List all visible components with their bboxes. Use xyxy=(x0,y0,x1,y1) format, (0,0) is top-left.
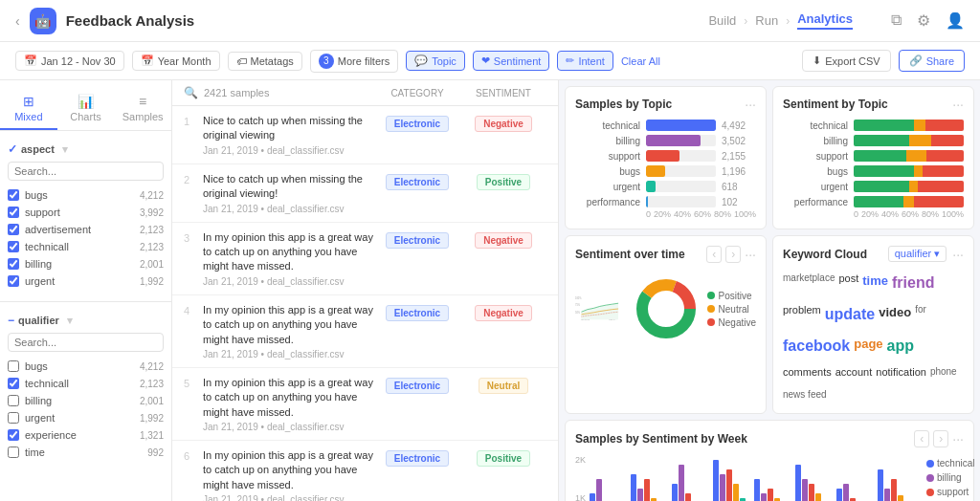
list-item xyxy=(672,465,711,501)
keyword[interactable]: notification xyxy=(876,363,926,382)
keyword[interactable]: news feed xyxy=(783,386,827,403)
keyword[interactable]: app xyxy=(887,333,914,360)
data-table-header: 🔍 2421 samples CATEGORY SENTIMENT xyxy=(172,80,558,106)
keyword[interactable]: friend xyxy=(892,270,934,297)
copy-icon[interactable]: ⧉ xyxy=(891,11,902,30)
keyword[interactable]: comments xyxy=(783,363,832,382)
aspect-advertisement-checkbox[interactable] xyxy=(8,224,19,235)
date-range-filter[interactable]: 📅 Jan 12 - Nov 30 xyxy=(15,51,124,71)
table-row[interactable]: 1 Nice to catch up when missing the orig… xyxy=(172,106,558,164)
topic-bars: technical 4,492 billing 3,502 support 2,… xyxy=(575,120,756,207)
list-item: bugs xyxy=(783,165,964,177)
chart-more-icon[interactable]: ··· xyxy=(952,431,964,447)
calendar-icon: 📅 xyxy=(24,54,37,67)
keyword[interactable]: post xyxy=(838,270,858,297)
keyword[interactable]: time xyxy=(862,270,888,297)
nav-run[interactable]: Run xyxy=(755,13,778,28)
aspect-urgent-checkbox[interactable] xyxy=(8,275,19,287)
qualifier-header[interactable]: − qualifier ▾ xyxy=(8,314,164,327)
chart-more-icon[interactable]: ··· xyxy=(745,97,756,112)
tab-charts[interactable]: 📊 Charts xyxy=(57,88,115,130)
header-icons: ⧉ ⚙ 👤 xyxy=(891,11,965,30)
table-row[interactable]: 4 In my opinion this app is a great way … xyxy=(172,295,558,368)
clear-all-button[interactable]: Clear All xyxy=(621,55,660,67)
week-chart-container: 2K 1K xyxy=(575,455,964,501)
prev-chart-button[interactable]: ‹ xyxy=(914,430,929,447)
axis-labels: 0 20% 40% 60% 80% 100% xyxy=(783,209,964,219)
next-chart-button[interactable]: › xyxy=(933,430,948,447)
topic-icon: 💬 xyxy=(414,54,428,67)
qual-technicall-checkbox[interactable] xyxy=(8,378,19,389)
aspect-support-checkbox[interactable] xyxy=(8,207,19,218)
keyword[interactable]: update xyxy=(825,301,875,329)
share-button[interactable]: 🔗 Share xyxy=(899,50,965,72)
tab-samples[interactable]: ≡ Samples xyxy=(114,88,171,130)
aspect-bugs-checkbox[interactable] xyxy=(8,189,19,201)
granularity-filter[interactable]: 📅 Year Month xyxy=(132,51,220,71)
table-row[interactable]: 5 In my opinion this app is a great way … xyxy=(172,368,558,441)
chart-more-icon[interactable]: ··· xyxy=(952,97,964,112)
list-item: technical xyxy=(783,120,964,131)
aspect-billing-checkbox[interactable] xyxy=(8,258,19,270)
intent-filter[interactable]: ✏ Intent xyxy=(557,51,613,71)
qual-time-checkbox[interactable] xyxy=(8,447,19,458)
line-chart-svg: 100% 75% 50% Jan 2019 xyxy=(575,271,625,347)
list-item: technicall2,123 xyxy=(8,375,164,392)
list-item: bugs4,212 xyxy=(8,186,164,204)
chart-header: Sentiment over time ‹ › ··· xyxy=(575,246,756,263)
donut-chart-svg xyxy=(633,275,700,342)
chart-header: Sentiment by Topic ··· xyxy=(783,97,964,112)
qual-experience-checkbox[interactable] xyxy=(8,429,19,441)
metatags-filter[interactable]: 🏷 Metatags xyxy=(228,52,302,71)
keyword[interactable]: facebook xyxy=(783,333,850,360)
list-item: Negative xyxy=(707,317,756,328)
keyword[interactable]: problem xyxy=(783,301,821,329)
keyword[interactable]: page xyxy=(854,333,882,360)
table-row[interactable]: 3 In my opinion this app is a great way … xyxy=(172,223,558,295)
aspect-header[interactable]: ✓ aspect ▾ xyxy=(8,142,164,156)
data-rows: 1 Nice to catch up when missing the orig… xyxy=(172,106,558,501)
export-csv-button[interactable]: ⬇ Export CSV xyxy=(802,50,890,72)
back-button[interactable]: ‹ xyxy=(15,13,20,29)
table-row[interactable]: 2 Nice to catch up when missing the orig… xyxy=(172,164,558,223)
next-chart-button[interactable]: › xyxy=(725,246,741,263)
sentiment-filter[interactable]: ❤ Sentiment xyxy=(473,51,550,71)
top-charts-row: Samples by Topic ··· technical 4,492 bil… xyxy=(565,86,974,229)
list-item: urgent 618 xyxy=(575,181,756,192)
keyword[interactable]: video xyxy=(879,301,911,329)
keyword[interactable]: for xyxy=(915,301,926,329)
app-title: Feedback Analysis xyxy=(66,12,195,29)
breadcrumb-nav: Build › Run › Analytics xyxy=(708,11,853,30)
app-logo: 🤖 xyxy=(30,8,56,34)
more-filters-button[interactable]: 3 More filters xyxy=(310,50,398,73)
calendar2-icon: 📅 xyxy=(141,54,154,67)
qual-urgent-checkbox[interactable] xyxy=(8,412,19,424)
keyword[interactable]: account xyxy=(835,363,873,382)
chart-more-icon[interactable]: ··· xyxy=(745,247,756,262)
heart-icon: ❤ xyxy=(481,54,490,67)
list-item xyxy=(631,474,670,501)
qual-billing-checkbox[interactable] xyxy=(8,395,19,406)
nav-build[interactable]: Build xyxy=(708,13,736,28)
qualifier-dropdown[interactable]: qualifier ▾ xyxy=(888,246,947,262)
aspect-search-input[interactable] xyxy=(8,162,164,181)
nav-analytics[interactable]: Analytics xyxy=(797,11,853,30)
qualifier-search-input[interactable] xyxy=(8,333,164,352)
prev-chart-button[interactable]: ‹ xyxy=(706,246,722,263)
aspect-technicall-checkbox[interactable] xyxy=(8,241,19,252)
chart-header: Keyword Cloud qualifier ▾ ··· xyxy=(783,246,964,262)
topic-filter[interactable]: 💬 Topic xyxy=(406,51,465,71)
sentiment-legend: Positive Neutral Negative xyxy=(707,291,756,328)
settings-icon[interactable]: ⚙ xyxy=(917,11,930,30)
samples-by-week-card: Samples by Sentiment by Week ‹ › ··· 2K … xyxy=(565,420,974,501)
keyword[interactable]: phone xyxy=(930,363,957,382)
aspect-section: ✓ aspect ▾ bugs4,212 support3,992 advert… xyxy=(0,139,171,294)
chart-more-icon[interactable]: ··· xyxy=(952,247,964,262)
user-icon[interactable]: 👤 xyxy=(946,11,965,30)
qual-bugs-checkbox[interactable] xyxy=(8,360,19,372)
keyword[interactable]: marketplace xyxy=(783,270,835,297)
tab-mixed[interactable]: ⊞ Mixed xyxy=(0,88,57,130)
middle-charts-row: Sentiment over time ‹ › ··· 100% 75% 50% xyxy=(565,235,974,414)
table-row[interactable]: 6 In my opinion this app is a great way … xyxy=(172,441,558,501)
list-item: performance 102 xyxy=(575,196,756,207)
